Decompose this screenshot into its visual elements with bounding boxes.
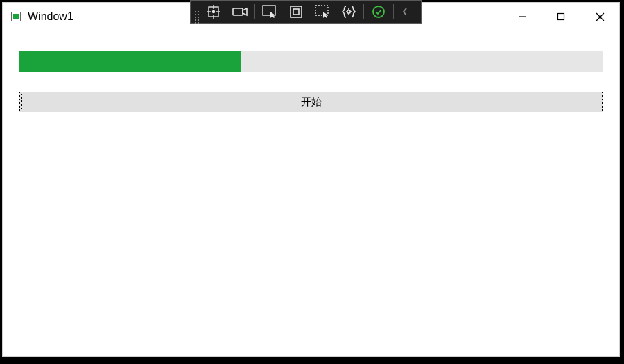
svg-rect-13 xyxy=(293,9,299,15)
svg-point-15 xyxy=(347,10,350,13)
svg-rect-12 xyxy=(291,6,302,17)
maximize-button[interactable] xyxy=(541,3,580,31)
target-icon[interactable] xyxy=(200,1,227,23)
window-title: Window1 xyxy=(28,10,73,23)
inspect-icon[interactable] xyxy=(309,1,336,23)
minimize-button[interactable] xyxy=(503,3,541,31)
progress-fill xyxy=(19,51,241,72)
window-content: 开始 xyxy=(3,31,619,112)
start-button-label: 开始 xyxy=(301,96,322,109)
svg-rect-11 xyxy=(263,6,275,15)
app-window: Window1 开始 xyxy=(2,2,620,357)
progress-bar xyxy=(19,51,603,72)
svg-rect-1 xyxy=(558,14,564,20)
start-button[interactable]: 开始 xyxy=(19,92,603,112)
dev-toolbar[interactable] xyxy=(190,0,422,24)
app-icon xyxy=(10,10,22,23)
toolbar-separator xyxy=(363,4,364,19)
check-icon[interactable] xyxy=(365,1,392,23)
layout-icon[interactable] xyxy=(283,1,309,23)
svg-rect-10 xyxy=(233,8,243,15)
toolbar-separator xyxy=(393,4,394,19)
close-button[interactable] xyxy=(580,3,619,31)
window-controls xyxy=(503,3,619,31)
svg-point-20 xyxy=(373,6,384,17)
toolbar-grip[interactable] xyxy=(191,1,200,23)
toolbar-separator xyxy=(254,4,255,19)
cursor-select-icon[interactable] xyxy=(257,1,283,23)
svg-rect-14 xyxy=(315,6,328,15)
chevron-left-icon[interactable] xyxy=(395,1,415,23)
braces-icon[interactable] xyxy=(336,1,362,23)
camera-icon[interactable] xyxy=(227,1,253,23)
svg-point-9 xyxy=(213,11,215,13)
